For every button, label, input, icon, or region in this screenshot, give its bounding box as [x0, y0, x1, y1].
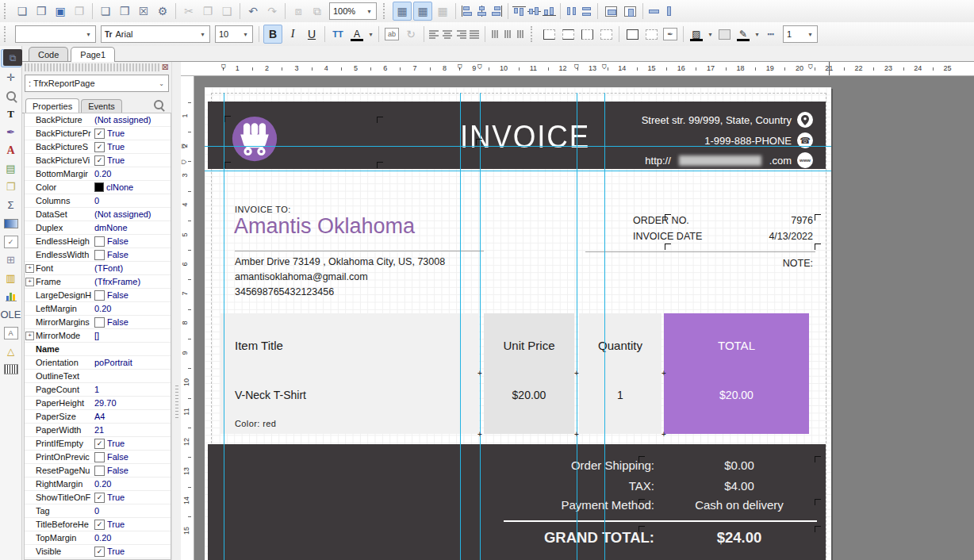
page-settings-icon[interactable]: ⚙	[154, 2, 171, 20]
selection-handle[interactable]: +	[477, 430, 482, 439]
payment-method-label[interactable]: Payment Method:	[430, 498, 654, 512]
t ax-label[interactable]: TAX:	[430, 479, 654, 493]
selection-handle[interactable]: +	[574, 369, 579, 378]
item-name-cell[interactable]: V-Neck T-Shirt	[235, 389, 306, 401]
align-left-edges-icon[interactable]	[460, 6, 474, 17]
barcode-tool[interactable]	[2, 361, 21, 378]
property-value[interactable]: 0.20	[94, 533, 171, 543]
property-value[interactable]: False	[94, 250, 171, 260]
property-value[interactable]: ✓True	[94, 520, 171, 530]
line-style-icon[interactable]: ┅	[762, 25, 780, 43]
hand-tool[interactable]: ✛	[2, 69, 21, 86]
unit-price-column[interactable]	[484, 313, 574, 434]
frame-edit-icon[interactable]: ✒	[661, 25, 679, 43]
col-header-quantity[interactable]: Quantity	[579, 339, 661, 352]
guide-marker[interactable]: ⌂	[808, 63, 814, 72]
checkbox[interactable]: ✓	[94, 128, 105, 139]
property-row[interactable]: TopMargin0.20	[25, 531, 171, 545]
selection-handle[interactable]	[815, 526, 821, 532]
selection-handle[interactable]	[815, 244, 821, 250]
property-row[interactable]: DataSet(Not assigned)	[25, 208, 171, 221]
ole-tool[interactable]: OLE	[2, 306, 21, 323]
panel-drag-handle[interactable]: ⊠	[25, 63, 169, 71]
center-v-in-band-icon[interactable]	[621, 2, 638, 20]
property-row[interactable]: ResetPageNuFalse	[25, 464, 171, 478]
property-value[interactable]: (TFont)	[94, 263, 171, 273]
vertical-guide-line[interactable]	[480, 93, 481, 560]
property-value[interactable]: 0	[94, 196, 171, 205]
new-report-icon[interactable]: ❏	[13, 2, 31, 20]
property-value[interactable]: False	[94, 452, 171, 462]
customer-address[interactable]: Amber Drive 73149 , Oklahoma City, US, 7…	[235, 256, 445, 267]
property-grid[interactable]: BackPicture(Not assigned)BackPicturePr✓T…	[24, 113, 171, 560]
checkbox[interactable]	[94, 317, 105, 328]
font-size-select[interactable]: 10 ▾	[215, 25, 253, 43]
customer-name[interactable]: Amantis Oklahoma	[234, 214, 415, 239]
property-row[interactable]: BottomMargir0.20	[25, 167, 171, 181]
frame-none-icon[interactable]	[597, 25, 615, 43]
selection-handle[interactable]	[665, 244, 671, 250]
property-row[interactable]: PageCount1	[25, 383, 171, 397]
company-address-row[interactable]: Street str. 99/999, State, Country	[642, 112, 813, 128]
property-value[interactable]: 0.20	[94, 169, 171, 178]
property-row[interactable]: OutlineText	[25, 370, 171, 383]
property-row[interactable]: +MirrorMode[]	[25, 329, 171, 343]
property-value[interactable]: ✓True	[94, 439, 171, 449]
selection-handle[interactable]: +	[574, 430, 579, 439]
selection-handle[interactable]	[476, 139, 482, 145]
selection-handle[interactable]	[815, 456, 821, 462]
property-row[interactable]: DuplexdmNone	[25, 221, 171, 235]
checkbox[interactable]	[94, 466, 105, 476]
property-row[interactable]: OrientationpoPortrait	[25, 356, 171, 370]
text-align-right-icon[interactable]	[455, 29, 467, 40]
search-icon[interactable]	[154, 100, 163, 109]
undo-icon[interactable]: ↶	[244, 2, 262, 20]
property-value[interactable]: clNone	[94, 182, 171, 192]
selection-handle[interactable]	[377, 117, 383, 123]
frame-outer-icon[interactable]	[642, 25, 660, 43]
note-label[interactable]: NOTE:	[681, 258, 813, 269]
tab-page1[interactable]: Page1	[71, 47, 115, 62]
unit-price-cell[interactable]: $20.00	[484, 389, 574, 401]
property-value[interactable]: (TfrxFrame)	[94, 277, 171, 286]
total-cell[interactable]: $20.00	[664, 389, 809, 401]
property-value[interactable]: (Not assigned)	[94, 209, 171, 219]
checkbox[interactable]: ✓	[94, 142, 105, 152]
new-dialog-icon[interactable]: ❒	[116, 2, 133, 20]
selection-handle[interactable]	[638, 499, 645, 505]
checkbox[interactable]	[94, 290, 105, 301]
frame-text-tool[interactable]: A	[2, 324, 21, 341]
selection-handle[interactable]: +	[661, 430, 666, 439]
col-header-unit-price[interactable]: Unit Price	[484, 339, 574, 352]
property-row[interactable]: PaperWidth21	[25, 424, 171, 437]
property-value[interactable]: 21	[94, 425, 171, 435]
selection-handle[interactable]: +	[477, 369, 482, 378]
item-variant[interactable]: Color: red	[235, 419, 276, 428]
vertical-ruler[interactable]: 123456789101112131415⌂⌂	[181, 76, 194, 560]
property-value[interactable]: 1	[94, 385, 171, 394]
align-bottoms-icon[interactable]	[543, 6, 556, 17]
picture-tool[interactable]: ▤	[2, 160, 21, 177]
frame-top-bottom-icon[interactable]	[559, 25, 577, 43]
expand-icon[interactable]: +	[25, 332, 34, 340]
property-value[interactable]: dmNone	[94, 223, 171, 232]
align-right-edges-icon[interactable]	[490, 6, 504, 17]
grand-total-label[interactable]: GRAND TOTAL:	[430, 529, 654, 547]
toolbar-grip[interactable]	[531, 26, 535, 42]
zoom-select[interactable]: 100% ▾	[329, 2, 377, 20]
frame-all-icon[interactable]	[623, 25, 641, 43]
horizontal-guide-line[interactable]	[205, 171, 831, 171]
object-selector[interactable]: : TfrxReportPage ⌄	[25, 75, 169, 92]
checkbox[interactable]: ✓	[94, 493, 105, 503]
space-vertically-icon[interactable]	[580, 6, 593, 17]
property-value[interactable]: ✓True	[94, 493, 171, 503]
property-row[interactable]: PaperHeight29.70	[25, 397, 171, 410]
shape-tool[interactable]: △	[2, 343, 21, 359]
selection-handle[interactable]: +	[661, 369, 666, 378]
underline-icon[interactable]: U	[303, 25, 320, 43]
expand-icon[interactable]: +	[25, 278, 34, 286]
zoom-tool[interactable]	[2, 87, 21, 104]
style-select[interactable]: ▾	[15, 25, 96, 43]
shipping-label[interactable]: Order Shipping:	[430, 458, 654, 472]
vertical-guide-line[interactable]	[577, 93, 577, 560]
